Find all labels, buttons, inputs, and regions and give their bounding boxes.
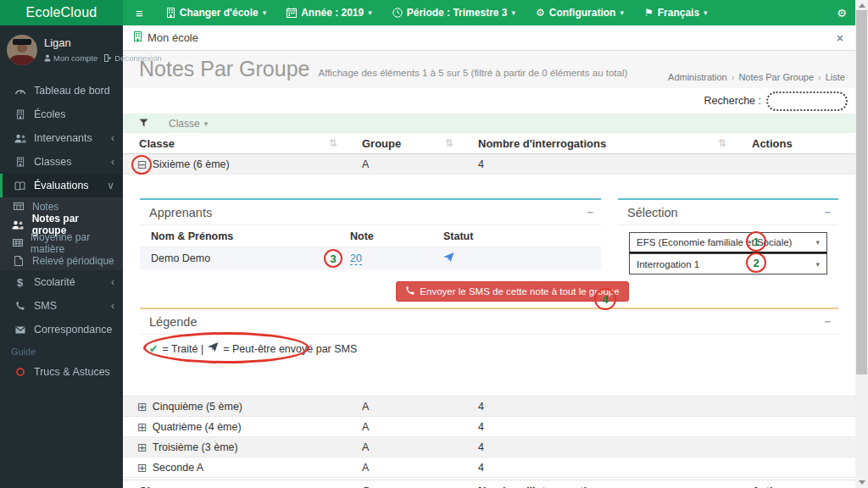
nav-language[interactable]: ⚑ Français ▾ [634,0,718,25]
sort-icon[interactable]: ⇅ [445,137,453,149]
sidebar-item-scolarite[interactable]: $ Scolarité ‹ [0,270,123,294]
navbar-menu: ≡ Changer d'école ▾ Année : 2019 ▾ Pério… [123,0,718,25]
close-icon[interactable]: × [837,31,843,45]
classe-filter-dropdown[interactable]: Classe ▾ [169,118,208,130]
collapse-panel-icon[interactable]: − [824,206,831,219]
expand-row-icon[interactable]: ⊞ [137,421,147,433]
school-tab-bar: Mon école × [123,25,855,51]
users-icon [14,134,26,143]
collapse-panel-icon[interactable]: − [587,206,593,219]
breadcrumb-notes-par-groupe[interactable]: Notes Par Groupe [738,72,814,82]
gears-icon[interactable]: ⚙ [837,7,847,19]
sidebar-item-dashboard[interactable]: Tableau de bord [0,79,123,103]
apprenant-name: Demo Demo [151,252,350,264]
nav-year[interactable]: Année : 2019 ▾ [276,0,382,25]
sidebar-item-moyenne-par-matiere[interactable]: Moyenne par matière [0,234,123,252]
chevron-left-icon: ‹ [111,132,114,144]
chevron-down-icon: ▾ [620,8,624,17]
chevron-left-icon: ‹ [111,276,114,288]
sidebar-item-classes[interactable]: Classes ‹ [0,150,123,174]
phone-icon [405,286,415,297]
table-row-sixieme[interactable]: ⊟ Sixième (6 ème) A 4 [123,154,855,175]
breadcrumb: Administration › Notes Par Groupe › List… [668,72,845,82]
page-title: Notes Par Groupe [139,57,310,81]
sidebar-item-evaluations[interactable]: Évaluations ∨ [0,174,123,197]
send-sms-button[interactable]: Envoyer le SMS de cette note à tout le g… [396,281,628,302]
file-icon [12,256,25,266]
expand-row-icon[interactable]: ⊞ [137,441,147,453]
envelope-icon [14,326,26,334]
expand-row-icon[interactable]: ⊞ [137,401,147,413]
target-icon [14,368,26,376]
chevron-left-icon: ‹ [111,300,114,312]
collapse-panel-icon[interactable]: − [824,315,831,328]
page-header: Notes Par Groupe Affichage des éléments … [123,51,855,88]
subject-select[interactable]: EFS (Economie familiale et Sociale) ▾ [629,232,827,253]
flag-icon: ⚑ [644,7,654,19]
sidebar-menu: Tableau de bord Écoles Intervenants ‹ Cl… [0,79,123,341]
scrollbar-up-arrow[interactable] [859,3,865,8]
user-panel: Ligan Mon compte Déconnexion [0,25,123,79]
table-icon [12,239,23,247]
chevron-down-icon: ▾ [511,8,515,17]
col-groupe: Groupe [362,137,401,150]
apprenant-row: Demo Demo 20 [140,247,601,269]
paper-plane-icon [443,252,590,265]
col-nom-prenoms: Nom & Prénoms [151,230,350,242]
sidebar-item-intervenants[interactable]: Intervenants ‹ [0,126,123,150]
my-account-link[interactable]: Mon compte [44,53,97,63]
building-icon [14,109,26,119]
sidebar-item-correspondance[interactable]: Correspondance [0,318,123,341]
nav-period[interactable]: Période : Trimestre 3 ▾ [382,0,526,25]
col-statut: Statut [443,230,590,242]
hamburger-icon[interactable]: ≡ [123,6,156,20]
building-icon [14,157,26,167]
logout-link[interactable]: Déconnexion [104,53,161,63]
legend-content: ✔ = Traité | = Peut-être envoyé par SMS [140,335,838,377]
row-detail: Apprenants − Nom & Prénoms Note Statut D… [123,175,855,396]
table-row-troisieme[interactable]: ⊞Troisième (3 ème) A 4 [123,437,855,458]
apprenants-panel: Apprenants − Nom & Prénoms Note Statut D… [140,198,601,274]
table-row-seconde[interactable]: ⊞Seconde A A 4 [123,458,855,478]
user-icon [44,54,51,62]
chevron-down-icon: ▾ [368,8,372,17]
search-label: Recherche : [704,95,761,107]
nav-configuration[interactable]: ⚙ Configuration ▾ [526,0,634,25]
table-row-quatrieme[interactable]: ⊞Quatrième (4 ème) A 4 [123,417,855,437]
chevron-left-icon: ‹ [111,156,114,168]
sidebar-item-releve-periodique[interactable]: Relevé périodique [0,252,123,271]
app-logo[interactable]: EcoleCloud [0,0,123,25]
breadcrumb-liste[interactable]: Liste [826,72,845,82]
chevron-down-icon: ▾ [815,238,820,247]
scrollbar-thumb[interactable] [856,10,867,374]
main-content: Mon école × Notes Par Groupe Affichage d… [123,25,855,488]
table-header: Classe⇅ Groupe⇅ Nombre d'interrogations⇅… [123,133,855,154]
evaluations-submenu: Notes Notes par groupe Moyenne par matiè… [0,197,123,270]
check-icon: ✔ [149,342,158,355]
note-link[interactable]: 20 [350,252,362,265]
sort-icon[interactable]: ⇅ [329,137,337,149]
breadcrumb-administration[interactable]: Administration [668,72,727,82]
guide-section-label: Guide [0,341,123,360]
sidebar-item-sms[interactable]: SMS ‹ [0,294,123,318]
search-input[interactable] [766,92,848,111]
legend-panel: Légende − ✔ = Traité | = Peut-être envoy… [140,308,838,377]
expand-row-icon[interactable]: ⊞ [137,462,147,474]
sidebar-item-trucs-astuces[interactable]: Trucs & Astuces [0,360,123,384]
sidebar: Ligan Mon compte Déconnexion Tableau de … [0,25,123,488]
sort-icon[interactable]: ⇅ [718,137,726,149]
interrogation-select[interactable]: Interrogation 1 ▾ [629,253,827,274]
chevron-down-icon: ▾ [815,260,820,269]
scrollbar-down-arrow[interactable] [859,480,865,485]
page-subtitle: Affichage des éléments 1 à 5 sur 5 (filt… [319,68,628,78]
scrollbar [855,0,868,488]
table-row-cinquieme[interactable]: ⊞Cinquième (5 ème) A 4 [123,396,855,417]
col-note: Note [350,230,443,242]
sidebar-item-ecoles[interactable]: Écoles [0,103,123,126]
search-row: Recherche : [123,88,855,114]
nav-change-school[interactable]: Changer d'école ▾ [156,0,276,25]
gauge-icon [14,86,26,95]
book-icon [14,181,26,191]
chevron-down-icon: ∨ [107,180,114,191]
collapse-row-icon[interactable]: ⊟ [137,158,147,170]
